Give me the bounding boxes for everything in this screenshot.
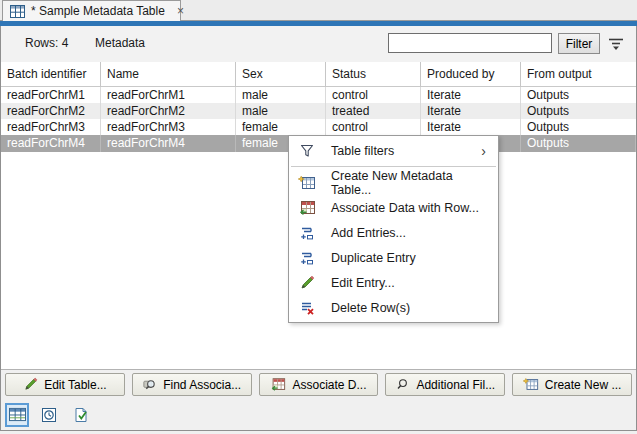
cell: female xyxy=(236,119,326,135)
view-mode-label: Metadata xyxy=(95,36,145,50)
view-switch-bar xyxy=(1,399,636,430)
menu-separator xyxy=(291,166,496,167)
menu-item-associate-data-with-row[interactable]: Associate Data with Row... xyxy=(289,195,498,220)
tab-bar: * Sample Metadata Table × xyxy=(0,0,637,21)
button-label: Edit Table... xyxy=(44,378,106,392)
menu-item-label: Add Entries... xyxy=(331,226,406,240)
cell: treated xyxy=(326,103,421,119)
additional-filtering-button[interactable]: Additional Fil... xyxy=(385,373,505,396)
table-header-row: Batch identifier Name Sex Status Produce… xyxy=(1,62,636,87)
column-header-status[interactable]: Status xyxy=(326,62,421,87)
element-info-icon[interactable] xyxy=(69,403,93,427)
add-entries-icon xyxy=(298,224,316,241)
menu-item-add-entries[interactable]: Add Entries... xyxy=(289,220,498,245)
column-header-name[interactable]: Name xyxy=(101,62,236,87)
menu-item-label: Duplicate Entry xyxy=(331,251,416,265)
button-label: Additional Fil... xyxy=(416,378,495,392)
menu-item-table-filters[interactable]: Table filters › xyxy=(289,138,498,163)
create-new-table-button[interactable]: Create New ... xyxy=(512,373,632,396)
edit-table-button[interactable]: Edit Table... xyxy=(5,373,125,396)
create-table-icon xyxy=(298,174,316,191)
submenu-arrow-icon: › xyxy=(481,144,486,158)
filter-input[interactable] xyxy=(388,33,552,53)
context-menu: Table filters › Create New Metadata Tabl… xyxy=(288,135,499,323)
magnifier-icon xyxy=(395,377,410,392)
menu-item-label: Associate Data with Row... xyxy=(331,201,479,215)
cell: readForChrM2 xyxy=(101,103,236,119)
menu-item-create-new-metadata-table[interactable]: Create New Metadata Table... xyxy=(289,170,498,195)
menu-item-label: Create New Metadata Table... xyxy=(331,169,486,197)
metadata-table-window: * Sample Metadata Table × Rows: 4 Metada… xyxy=(0,0,637,434)
cell: male xyxy=(236,87,326,103)
cell: readForChrM4 xyxy=(101,135,236,152)
find-magnifier-icon xyxy=(142,377,157,392)
cell: readForChrM1 xyxy=(1,87,101,103)
cell: readForChrM2 xyxy=(1,103,101,119)
button-label: Associate D... xyxy=(292,378,366,392)
tab-title: * Sample Metadata Table xyxy=(31,4,165,18)
filter-funnel-icon xyxy=(298,142,316,159)
cell: Outputs xyxy=(521,135,636,152)
edit-pencil-icon xyxy=(298,274,316,291)
action-button-bar: Edit Table... Find Associa... xyxy=(1,369,636,399)
cell: readForChrM3 xyxy=(1,119,101,135)
edit-pencil-icon xyxy=(23,377,38,392)
row-count-label: Rows: 4 xyxy=(25,36,68,50)
table-view-icon[interactable] xyxy=(5,403,29,427)
table-row[interactable]: readForChrM3 readForChrM3 female control… xyxy=(1,119,636,135)
duplicate-entry-icon xyxy=(298,249,316,266)
column-header-from-output[interactable]: From output xyxy=(521,62,636,87)
cell: readForChrM3 xyxy=(101,119,236,135)
advanced-filter-icon[interactable] xyxy=(605,35,627,53)
associate-data-icon xyxy=(298,199,316,216)
cell: Iterate xyxy=(421,103,521,119)
create-table-icon xyxy=(523,377,539,392)
menu-item-edit-entry[interactable]: Edit Entry... xyxy=(289,270,498,295)
table-row[interactable]: readForChrM1 readForChrM1 male control I… xyxy=(1,87,636,103)
menu-item-delete-rows[interactable]: Delete Row(s) xyxy=(289,295,498,320)
associate-data-button[interactable]: Associate D... xyxy=(259,373,379,396)
column-header-batch-identifier[interactable]: Batch identifier xyxy=(1,62,101,87)
table-row[interactable]: readForChrM2 readForChrM2 male treated I… xyxy=(1,103,636,119)
cell: male xyxy=(236,103,326,119)
filter-button[interactable]: Filter xyxy=(558,33,600,54)
cell: readForChrM1 xyxy=(101,87,236,103)
history-icon[interactable] xyxy=(37,403,61,427)
button-label: Create New ... xyxy=(545,378,622,392)
cell: readForChrM4 xyxy=(1,135,101,152)
cell: control xyxy=(326,119,421,135)
cell: Outputs xyxy=(521,87,636,103)
find-associated-button[interactable]: Find Associa... xyxy=(132,373,252,396)
tab-sample-metadata-table[interactable]: * Sample Metadata Table × xyxy=(2,0,181,21)
column-header-produced-by[interactable]: Produced by xyxy=(421,62,521,87)
table-toolbar: Rows: 4 Metadata Filter xyxy=(1,26,636,62)
menu-item-label: Table filters xyxy=(331,144,394,158)
cell: Iterate xyxy=(421,119,521,135)
associate-data-icon xyxy=(270,377,286,392)
button-label: Find Associa... xyxy=(163,378,241,392)
menu-item-label: Delete Row(s) xyxy=(331,301,410,315)
delete-rows-icon xyxy=(298,299,316,316)
column-header-sex[interactable]: Sex xyxy=(236,62,326,87)
menu-item-duplicate-entry[interactable]: Duplicate Entry xyxy=(289,245,498,270)
close-icon[interactable]: × xyxy=(177,5,184,17)
cell: Outputs xyxy=(521,119,636,135)
menu-item-label: Edit Entry... xyxy=(331,276,395,290)
table-icon xyxy=(10,5,25,18)
cell: Iterate xyxy=(421,87,521,103)
cell: Outputs xyxy=(521,103,636,119)
cell: control xyxy=(326,87,421,103)
